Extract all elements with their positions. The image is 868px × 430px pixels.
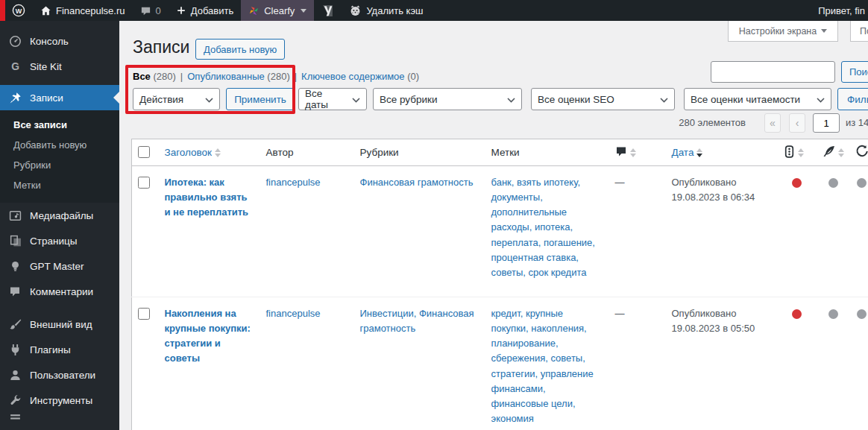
table-row: Накопления на крупные покупки: стратегии… <box>132 297 868 430</box>
sidebar-item-users[interactable]: Пользователи <box>0 362 119 388</box>
filter-button[interactable]: Фильтр <box>837 88 868 110</box>
clearfy-menu[interactable]: Clearfy <box>241 0 314 21</box>
view-published-link[interactable]: Опубликованные (280) <box>187 71 289 82</box>
links-refresh-icon[interactable] <box>854 149 868 160</box>
svg-text:W: W <box>16 7 22 15</box>
chevron-down-icon <box>817 94 825 105</box>
sidebar-item-label: Записи <box>30 92 63 104</box>
help-label: Помощь <box>860 26 868 37</box>
media-icon <box>7 208 22 223</box>
submenu-categories[interactable]: Рубрики <box>0 155 119 175</box>
search-button-label: Поиск <box>849 66 868 78</box>
view-cornerstone-link[interactable]: Ключевое содержимое (0) <box>301 71 419 82</box>
category-links[interactable]: Инвестиции, Финансовая грамотность <box>360 308 474 334</box>
sidebar-item-settings-partial[interactable] <box>0 413 119 423</box>
home-icon <box>40 5 51 16</box>
readability-filter-select[interactable]: Все оценки читаемости <box>684 88 831 110</box>
search-input[interactable] <box>711 61 835 83</box>
sort-arrows-icon <box>630 148 636 157</box>
first-page-button[interactable]: « <box>764 113 781 133</box>
seo-filter-label: Все оценки SEO <box>538 94 614 105</box>
comments-icon <box>7 284 22 299</box>
caret-down-icon <box>821 29 827 33</box>
bulk-actions-select[interactable]: Действия <box>133 88 220 110</box>
posts-submenu: Все записи Добавить новую Рубрики Метки <box>0 110 119 203</box>
lightbulb-icon <box>7 259 22 274</box>
new-content-menu[interactable]: Добавить <box>169 0 241 21</box>
sidebar-item-dashboard[interactable]: Консоль <box>0 28 119 54</box>
category-filter-select[interactable]: Все рубрики <box>373 88 522 110</box>
view-all-link[interactable]: Все (280) <box>133 71 176 82</box>
readability-filter-label: Все оценки читаемости <box>691 94 800 105</box>
items-count: 280 элементов <box>679 117 746 128</box>
sort-title-header[interactable]: Заголовок <box>165 147 254 158</box>
total-pages-label: из 14 <box>846 117 868 128</box>
sidebar-item-label: Инструменты <box>30 395 92 406</box>
paintbrush-icon <box>7 317 22 332</box>
sort-seo-score-header[interactable] <box>784 145 811 160</box>
sort-arrows-icon <box>798 148 804 157</box>
greeting[interactable]: Привет, fin <box>811 0 868 21</box>
tags-header: Метки <box>485 139 609 166</box>
help-tab[interactable]: Помощь <box>850 21 868 42</box>
tag-links[interactable]: банк, взять ипотеку, документы, дополнит… <box>491 177 595 278</box>
seo-filter-select[interactable]: Все оценки SEO <box>531 88 675 110</box>
categories-header: Рубрики <box>354 139 485 166</box>
apply-button[interactable]: Применить <box>226 88 295 110</box>
sort-date-header[interactable]: Дата <box>672 147 772 158</box>
posts-table: Заголовок Автор Рубрики Метки Дата <box>131 139 868 430</box>
current-page-input[interactable] <box>813 113 840 133</box>
readability-score-dot <box>828 309 838 319</box>
post-title-link[interactable]: Ипотека: как правильно взять и не перепл… <box>165 177 249 218</box>
sidebar-item-comments[interactable]: Комментарии <box>0 279 119 304</box>
search-posts-button[interactable]: Поиск <box>841 61 868 83</box>
sidebar-item-label: Консоль <box>30 36 69 47</box>
row-checkbox[interactable] <box>138 308 150 320</box>
post-title-link[interactable]: Накопления на крупные покупки: стратегии… <box>165 308 251 364</box>
yoast-menu[interactable] <box>314 0 342 21</box>
submenu-add-new[interactable]: Добавить новую <box>0 135 119 155</box>
sidebar-item-plugins[interactable]: Плагины <box>0 337 119 362</box>
clearfy-label: Clearfy <box>264 5 295 16</box>
delete-cache-menu[interactable]: Удалить кэш <box>342 0 430 21</box>
date-filter-select[interactable]: Все даты <box>298 88 367 110</box>
site-name: Financepulse.ru <box>56 5 125 16</box>
sort-arrows-icon <box>696 148 702 157</box>
table-header-row: Заголовок Автор Рубрики Метки Дата <box>132 139 868 166</box>
sidebar-item-gpt-master[interactable]: GPT Master <box>0 253 119 279</box>
row-checkbox[interactable] <box>138 177 150 189</box>
category-filter-label: Все рубрики <box>380 94 438 105</box>
sort-comments-header[interactable] <box>615 145 660 159</box>
screen-options-tab[interactable]: Настройки экрана <box>728 21 838 42</box>
view-filter-links: Все (280) | Опубликованные (280) | Ключе… <box>133 71 419 82</box>
plus-icon <box>176 5 186 16</box>
plug-icon <box>7 342 22 357</box>
chevron-down-icon <box>301 9 306 13</box>
annotation-red-stripe <box>0 0 5 21</box>
select-all-checkbox[interactable] <box>138 146 150 158</box>
post-status: Опубликовано <box>672 175 772 190</box>
tag-links[interactable]: кредит, крупные покупки, накопления, пла… <box>491 308 594 424</box>
comments-shortcut[interactable]: 0 <box>133 0 169 21</box>
table-navigation: 280 элементов « ‹ из 14 <box>119 113 868 134</box>
author-link[interactable]: financepulse <box>266 177 321 188</box>
seo-traffic-light-icon <box>784 145 795 160</box>
author-link[interactable]: financepulse <box>266 308 321 319</box>
sidebar-item-sitekit[interactable]: G Site Kit <box>0 54 119 79</box>
sidebar-item-media[interactable]: Медиафайлы <box>0 203 119 228</box>
category-links[interactable]: Финансовая грамотность <box>360 177 474 188</box>
sidebar-item-label: Внешний вид <box>30 319 92 330</box>
sidebar-item-tools[interactable]: Инструменты <box>0 388 119 413</box>
submenu-tags[interactable]: Метки <box>0 175 119 195</box>
submenu-all-posts[interactable]: Все записи <box>0 115 119 135</box>
sort-arrows-icon <box>838 148 844 157</box>
sort-readability-header[interactable] <box>823 145 845 160</box>
site-link[interactable]: Financepulse.ru <box>33 0 133 21</box>
post-date: 19.08.2023 в 05:50 <box>672 321 772 336</box>
sidebar-item-posts[interactable]: Записи <box>0 85 119 110</box>
sidebar-item-pages[interactable]: Страницы <box>0 228 119 253</box>
apply-button-label: Применить <box>234 94 286 105</box>
sidebar-item-appearance[interactable]: Внешний вид <box>0 312 119 337</box>
prev-page-button[interactable]: ‹ <box>789 113 805 133</box>
add-new-button[interactable]: Добавить новую <box>195 39 285 60</box>
